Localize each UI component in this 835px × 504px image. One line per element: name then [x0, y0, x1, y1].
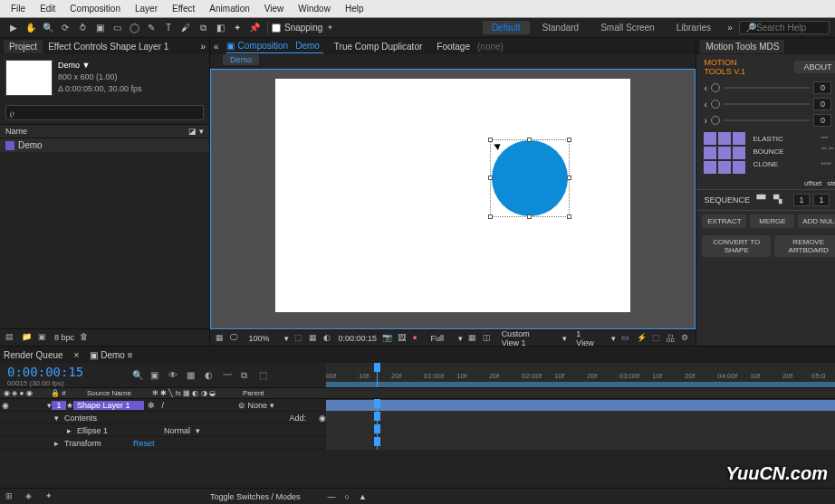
column-name[interactable]: Name	[5, 127, 27, 136]
canvas-wrapper[interactable]	[210, 69, 696, 329]
tl-tab-menu-icon[interactable]: ≡	[128, 350, 133, 360]
comp-name[interactable]: Demo ▼	[58, 60, 142, 71]
selection-bounds[interactable]	[490, 139, 570, 217]
brainstorm-icon[interactable]: ⧉	[241, 370, 252, 381]
channel-icon[interactable]: ●	[412, 333, 421, 344]
menu-animation[interactable]: Animation	[202, 4, 256, 14]
roi-icon[interactable]: ⬚	[294, 333, 303, 344]
viewer-prev-icon[interactable]: «	[214, 42, 219, 52]
reset-button[interactable]: Reset	[133, 439, 155, 448]
visibility-toggle[interactable]: ◉	[0, 401, 11, 410]
menu-layer[interactable]: Layer	[128, 4, 165, 14]
ellipse-tool-icon[interactable]: ◯	[126, 20, 142, 36]
timecode-block[interactable]: 0:00:00:15 00015 (30.00 fps)	[0, 363, 127, 387]
tab-project[interactable]: Project	[4, 40, 43, 53]
zoom-chevron-icon[interactable]: ▾	[284, 334, 289, 343]
pickwhip-icon[interactable]: ⊚	[238, 401, 245, 410]
snapshot-icon[interactable]: 📷	[382, 333, 392, 344]
workspace-default[interactable]: Default	[483, 21, 530, 34]
anchor-radio-y[interactable]	[711, 100, 720, 109]
arrow-left-icon[interactable]: ‹	[704, 83, 706, 93]
handle-bc[interactable]	[527, 214, 532, 219]
layer-row-contents[interactable]: ▾ Contents Add: ◉	[0, 412, 835, 424]
motion-blur-icon[interactable]: ◐	[205, 370, 216, 381]
zoom-slider[interactable]: ○	[345, 492, 350, 501]
anchor-tool-icon[interactable]: ▣	[91, 20, 108, 36]
orbit-tool-icon[interactable]: ⟳	[57, 20, 73, 36]
twirl-icon[interactable]: ▸	[67, 426, 72, 435]
menu-composition[interactable]: Composition	[62, 4, 128, 14]
tab-close-icon[interactable]: ×	[74, 350, 80, 360]
graph-editor-icon[interactable]: 〰	[223, 370, 234, 381]
work-area-bar[interactable]	[326, 382, 835, 387]
resolution-dropdown[interactable]: Full	[427, 333, 454, 344]
draft3d-icon[interactable]: ⬚	[259, 370, 270, 381]
exposure-icon[interactable]: ⚙	[681, 333, 690, 344]
preview-timecode[interactable]: 0:00:00:15	[338, 334, 377, 343]
flowchart-icon[interactable]: 品	[667, 333, 676, 344]
remove-artboard-button[interactable]: REMOVE ARTBOARD	[774, 235, 835, 257]
handle-tc[interactable]	[527, 138, 532, 142]
layer-row-transform[interactable]: ▸ Transform Reset	[0, 437, 835, 450]
comp-marker-icon[interactable]: ◈	[25, 491, 36, 502]
ease-bounce[interactable]: BOUNCE ⌒⌒	[753, 145, 835, 157]
eraser-tool-icon[interactable]: ◧	[212, 20, 228, 36]
sequence-val-1[interactable]: 1	[793, 194, 810, 206]
fast-preview-icon[interactable]: ⚡	[637, 333, 647, 344]
views-chevron-icon[interactable]: ▾	[611, 334, 616, 343]
anchor-slider-x[interactable]	[724, 87, 811, 89]
workspace-menu-icon[interactable]: »	[722, 20, 738, 36]
comp-thumbnail[interactable]	[5, 60, 53, 96]
anchor-grid[interactable]	[704, 132, 745, 174]
tab-composition[interactable]: ▣ Composition Demo	[226, 39, 323, 53]
menu-file[interactable]: File	[4, 4, 33, 14]
anchor-radio-x[interactable]	[711, 83, 720, 92]
bpc-toggle[interactable]: 8 bpc	[54, 333, 74, 342]
new-comp-icon[interactable]: ▣	[38, 332, 49, 343]
zoom-out-icon[interactable]: —	[328, 492, 336, 501]
panel-menu-icon[interactable]: »	[200, 42, 206, 52]
anchor-bl[interactable]	[704, 161, 716, 174]
layer-row-shape[interactable]: ◉ ▾ 1 ★ Shape Layer 1 ✻ / ⊚ None ▾	[0, 399, 835, 412]
res-chevron-icon[interactable]: ▾	[458, 334, 463, 343]
layer-row-ellipse[interactable]: ▸ Ellipse 1 Normal ▾	[0, 424, 835, 437]
anchor-br[interactable]	[733, 161, 745, 174]
hand-tool-icon[interactable]: ✋	[23, 20, 39, 36]
layer-bar-track[interactable]	[326, 399, 835, 412]
parent-chevron-icon[interactable]: ▾	[270, 401, 274, 410]
transparency-icon[interactable]: ▦	[468, 333, 477, 344]
pen-tool-icon[interactable]: ✎	[143, 20, 159, 36]
handle-ml[interactable]	[488, 176, 493, 180]
text-tool-icon[interactable]: T	[160, 20, 177, 36]
anchor-tr[interactable]	[733, 132, 745, 145]
search-layer-icon[interactable]: 🔍	[132, 370, 143, 381]
layer-duration-bar[interactable]	[326, 400, 835, 411]
trash-icon[interactable]: 🗑	[80, 332, 91, 343]
track-area[interactable]	[326, 424, 835, 437]
rotation-tool-icon[interactable]: ⥁	[74, 20, 91, 36]
alpha-icon[interactable]: ▦	[216, 333, 225, 344]
track-area[interactable]	[326, 412, 835, 424]
interpret-icon[interactable]: ▤	[5, 332, 16, 343]
project-search-input[interactable]	[5, 105, 204, 120]
snapping-checkbox[interactable]	[272, 24, 281, 33]
anchor-value-z[interactable]: 0	[813, 114, 831, 127]
twirl-icon[interactable]: ▸	[54, 439, 59, 448]
add-menu-icon[interactable]: ◉	[319, 414, 326, 423]
selection-tool-icon[interactable]: ▶	[5, 20, 22, 36]
layer-switches[interactable]: ✻ /	[144, 401, 235, 410]
anchor-slider-y[interactable]	[724, 103, 811, 105]
grid-icon[interactable]: ▦	[309, 333, 318, 344]
zoom-dropdown[interactable]: 100%	[245, 333, 279, 344]
time-ruler[interactable]: 00f 10f 20f 01:00f 10f 20f 02:00f 10f 20…	[326, 363, 835, 387]
current-timecode[interactable]: 0:00:00:15	[7, 365, 120, 379]
composition-canvas[interactable]	[275, 79, 630, 312]
puppet-tool-icon[interactable]: 📌	[246, 20, 263, 36]
stair-down-icon[interactable]: ▀▖	[773, 195, 790, 205]
anchor-mc[interactable]	[718, 147, 731, 159]
monitor-icon[interactable]: 🖵	[230, 333, 239, 344]
menu-window[interactable]: Window	[291, 4, 338, 14]
col-source-name[interactable]: Source Name	[83, 389, 152, 397]
tab-render-queue[interactable]: Render Queue	[4, 350, 63, 360]
track-area[interactable]	[326, 437, 835, 450]
